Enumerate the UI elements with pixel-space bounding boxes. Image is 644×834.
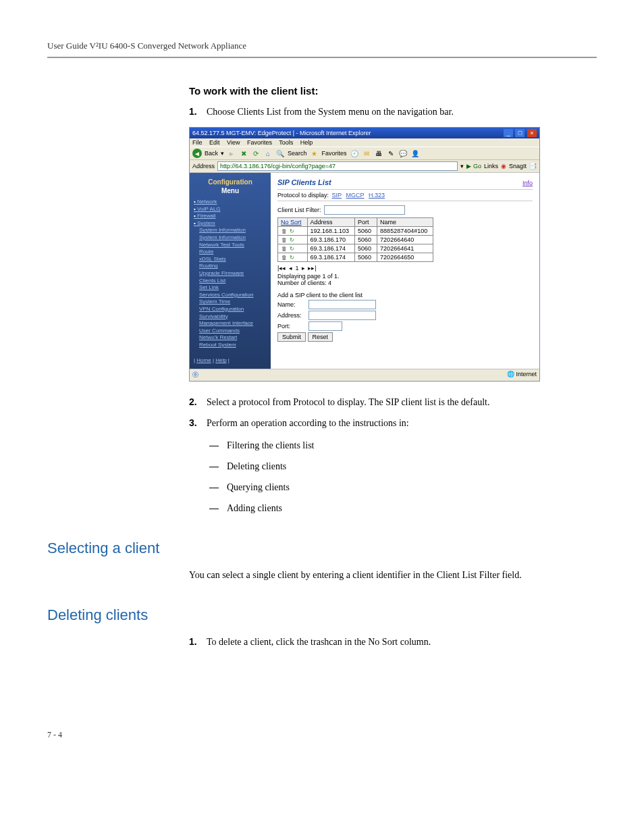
filter-input[interactable] bbox=[324, 205, 405, 215]
sidebar-item-services[interactable]: Services Configuration bbox=[194, 292, 267, 298]
menu-tools[interactable]: Tools bbox=[279, 139, 293, 146]
snagit-label[interactable]: SnagIt bbox=[509, 163, 527, 170]
sidebar-item-system[interactable]: System bbox=[194, 220, 267, 227]
favorites-label[interactable]: Favorites bbox=[322, 150, 347, 157]
pager-first-icon[interactable]: |◂◂ bbox=[277, 265, 286, 271]
sidebar-item-routing[interactable]: Routing bbox=[194, 263, 267, 269]
filter-label: Client List Filter: bbox=[277, 207, 321, 213]
query-icon[interactable]: ↻ bbox=[288, 245, 295, 252]
minimize-icon[interactable]: _ bbox=[504, 129, 513, 137]
query-icon[interactable]: ↻ bbox=[288, 236, 295, 243]
back-label[interactable]: Back bbox=[205, 150, 218, 157]
sidebar-item-systeminfo2[interactable]: System Information bbox=[194, 234, 267, 241]
protocol-label: Protocol to display: bbox=[277, 192, 329, 199]
snagit-chevron-icon[interactable]: 📑 bbox=[529, 163, 537, 170]
messenger-icon[interactable]: 👤 bbox=[410, 149, 420, 158]
sidebar-item-vpncfg[interactable]: VPN Configuration bbox=[194, 306, 267, 313]
protocol-mgcp-link[interactable]: MGCP bbox=[346, 192, 365, 199]
sidebar-item-firewall[interactable]: Firewall bbox=[194, 213, 267, 219]
maximize-icon[interactable]: □ bbox=[515, 129, 525, 137]
cell-port: 5060 bbox=[355, 244, 377, 253]
sidebar-item-reboot[interactable]: Reboot System bbox=[194, 342, 267, 348]
search-label[interactable]: Search bbox=[288, 150, 307, 157]
sidebar-item-setlink[interactable]: Set Link bbox=[194, 284, 267, 291]
edit-icon[interactable]: ✎ bbox=[386, 149, 396, 158]
step-2-number: 2. bbox=[189, 395, 207, 409]
cell-address: 69.3.186.174 bbox=[307, 244, 355, 253]
sidebar-item-mgmtif[interactable]: Management Interface bbox=[194, 320, 267, 327]
sidebar-item-route[interactable]: Route bbox=[194, 249, 267, 255]
sidebar-help-link[interactable]: Help bbox=[215, 357, 226, 363]
subbullet-a: —Filtering the clients list bbox=[209, 438, 597, 452]
home-icon[interactable]: ⌂ bbox=[263, 149, 273, 158]
discuss-icon[interactable]: 💬 bbox=[398, 149, 408, 158]
embedded-screenshot: 64.52.177.5 MGT-EMV: EdgeProtect | - Mic… bbox=[189, 127, 540, 382]
mail-icon[interactable]: ✉ bbox=[362, 149, 371, 158]
menu-file[interactable]: File bbox=[192, 139, 203, 146]
col-nosort[interactable]: No Sort bbox=[281, 219, 302, 226]
pager-last-icon[interactable]: ▸▸| bbox=[308, 265, 316, 271]
address-field[interactable]: http://64.3.186.176/cgi-bin/config?page=… bbox=[217, 161, 458, 171]
info-link[interactable]: Info bbox=[522, 180, 533, 186]
cell-port: 5060 bbox=[355, 253, 377, 262]
trash-icon[interactable]: 🗑 bbox=[281, 254, 288, 261]
close-icon[interactable]: × bbox=[527, 129, 537, 137]
window-buttons: _ □ × bbox=[503, 129, 537, 137]
forward-icon[interactable]: ► bbox=[227, 149, 236, 158]
sidebar-item-survivability[interactable]: Survivability bbox=[194, 313, 267, 320]
sidebar-item-nettest[interactable]: Network Test Tools bbox=[194, 242, 267, 249]
print-icon[interactable]: 🖶 bbox=[374, 149, 383, 158]
address-dropdown-icon[interactable]: ▾ bbox=[460, 163, 464, 170]
reset-button[interactable]: Reset bbox=[308, 332, 333, 342]
sidebar-title-config: Configuration bbox=[194, 178, 267, 186]
sidebar-item-network[interactable]: Network bbox=[194, 199, 267, 205]
back-dropdown-icon[interactable]: ▾ bbox=[221, 150, 224, 157]
menu-help[interactable]: Help bbox=[300, 139, 313, 146]
menu-favorites[interactable]: Favorites bbox=[247, 139, 272, 146]
menu-edit[interactable]: Edit bbox=[209, 139, 220, 146]
table-row: 🗑↻ 192.168.1.103 5060 8885287404#100 bbox=[278, 227, 433, 236]
trash-icon[interactable]: 🗑 bbox=[281, 228, 288, 234]
internet-zone-icon: 🌐 bbox=[507, 371, 514, 377]
back-icon[interactable]: ◄ bbox=[192, 149, 202, 158]
query-icon[interactable]: ↻ bbox=[288, 228, 295, 234]
pager-next-icon[interactable]: ▸ bbox=[302, 265, 305, 271]
step-1: 1. Choose Clients List from the System m… bbox=[189, 105, 597, 119]
cell-address: 192.168.1.103 bbox=[307, 227, 355, 236]
protocol-sip-link[interactable]: SIP bbox=[332, 192, 342, 199]
refresh-icon[interactable]: ⟳ bbox=[251, 149, 261, 158]
favorites-icon[interactable]: ★ bbox=[310, 149, 319, 158]
sidebar-bottom-links: | Home | Help | bbox=[194, 357, 267, 363]
go-button[interactable]: ▶ Go bbox=[466, 163, 481, 170]
sidebar-item-systime[interactable]: System Time bbox=[194, 298, 267, 305]
sidebar-item-usercmd[interactable]: User Commands bbox=[194, 328, 267, 334]
menu-view[interactable]: View bbox=[227, 139, 240, 146]
doc-header: User Guide V²IU 6400-S Converged Network… bbox=[47, 41, 597, 58]
snagit-icon[interactable]: ◉ bbox=[501, 163, 506, 170]
history-icon[interactable]: 🕘 bbox=[350, 149, 359, 158]
protocol-h323-link[interactable]: H.323 bbox=[369, 192, 385, 199]
config-sidebar: Configuration Menu Network VoIP ALG Fire… bbox=[190, 173, 271, 369]
pager-prev-icon[interactable]: ◂ bbox=[289, 265, 292, 271]
links-label[interactable]: Links bbox=[484, 163, 498, 170]
add-port-input[interactable] bbox=[308, 321, 342, 331]
sidebar-item-xdslstats[interactable]: xDSL Stats bbox=[194, 256, 267, 263]
sidebar-item-voipalg[interactable]: VoIP ALG bbox=[194, 206, 267, 213]
add-address-input[interactable] bbox=[308, 311, 376, 320]
sidebar-item-clients[interactable]: Clients List bbox=[194, 278, 267, 284]
search-icon[interactable]: 🔍 bbox=[275, 149, 285, 158]
page-title: SIP Clients List bbox=[277, 178, 331, 186]
browser-statusbar: ⓔ 🌐 Internet bbox=[190, 369, 539, 381]
browser-menubar: File Edit View Favorites Tools Help bbox=[190, 138, 539, 147]
submit-button[interactable]: Submit bbox=[277, 332, 306, 342]
trash-icon[interactable]: 🗑 bbox=[281, 236, 288, 243]
trash-icon[interactable]: 🗑 bbox=[281, 245, 288, 252]
sidebar-item-netrestart[interactable]: Netwo'k Restart bbox=[194, 334, 267, 341]
sidebar-item-sysinfo[interactable]: System Information bbox=[194, 227, 267, 234]
sidebar-home-link[interactable]: Home bbox=[196, 357, 211, 363]
stop-icon[interactable]: ✖ bbox=[239, 149, 248, 158]
pager-current: 1 bbox=[295, 265, 298, 271]
sidebar-item-upgrade[interactable]: Upgrade Firmware bbox=[194, 270, 267, 277]
query-icon[interactable]: ↻ bbox=[288, 254, 295, 261]
add-name-input[interactable] bbox=[308, 300, 376, 309]
